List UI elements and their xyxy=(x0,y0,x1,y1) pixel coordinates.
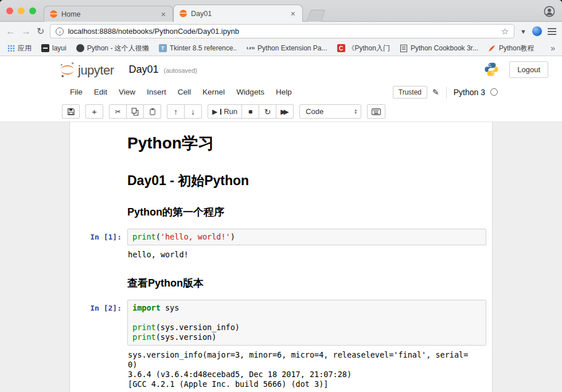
markdown-cell-h3-first-program[interactable]: Python的第一个程序 xyxy=(72,195,490,225)
trusted-badge[interactable]: Trusted xyxy=(393,86,427,99)
bookmark-apps[interactable]: 应用 xyxy=(7,44,32,53)
copy-cell-button[interactable] xyxy=(126,104,144,119)
new-tab-button[interactable] xyxy=(307,10,326,22)
menu-file[interactable]: File xyxy=(64,88,88,96)
browser-titlebar: Home × Day01 × xyxy=(0,0,562,22)
save-icon xyxy=(67,108,75,115)
quill-favicon-icon xyxy=(488,44,496,52)
menu-edit[interactable]: Edit xyxy=(88,88,113,96)
profile-avatar[interactable] xyxy=(544,6,555,17)
code-cell-2[interactable]: In [2]: import sys print(sys.version_inf… xyxy=(72,296,490,392)
restart-icon: ↻ xyxy=(264,108,271,116)
notebook-title[interactable]: Day01 xyxy=(129,64,159,76)
kernel-status-icon xyxy=(490,88,498,96)
menu-help[interactable]: Help xyxy=(270,88,298,96)
apps-grid-icon xyxy=(7,44,15,52)
logout-button[interactable]: Logout xyxy=(509,61,548,78)
url-text[interactable]: localhost:8888/notebooks/PythonCode/Day0… xyxy=(68,27,497,36)
tab-home[interactable]: Home × xyxy=(44,6,173,22)
bookmark-label: Python Extension Pa... xyxy=(257,44,327,52)
plus-icon: + xyxy=(92,107,97,116)
menu-kernel[interactable]: Kernel xyxy=(197,88,231,96)
bookmark-layui[interactable]: layui xyxy=(41,44,67,52)
run-button[interactable]: ▶ Run xyxy=(208,104,242,119)
kernel-name: Python 3 xyxy=(454,88,485,97)
paste-icon xyxy=(149,108,156,116)
minimize-window-button[interactable] xyxy=(18,7,25,14)
bookmark-python-extension[interactable]: LFD Python Extension Pa... xyxy=(247,44,327,52)
bookmark-cookbook[interactable]: Python Cookbook 3r... xyxy=(400,44,478,52)
bookmark-label: 《Python入门 xyxy=(348,44,390,53)
code-cell-1[interactable]: In [1]: print('hello, world!') hello, wo… xyxy=(72,225,490,266)
tab-label: Day01 xyxy=(191,10,286,18)
menu-cell[interactable]: Cell xyxy=(172,88,197,96)
move-cell-up-button[interactable]: ↑ xyxy=(167,104,185,119)
menu-widgets[interactable]: Widgets xyxy=(231,88,270,96)
lfd-favicon-icon: LFD xyxy=(247,44,255,52)
markdown-cell-h3-version[interactable]: 查看Python版本 xyxy=(72,266,490,296)
move-cell-down-button[interactable]: ↓ xyxy=(184,104,202,119)
markdown-cell-h1[interactable]: Python学习 xyxy=(72,126,490,162)
run-icon: ▶ xyxy=(212,108,217,115)
extension-icon[interactable] xyxy=(532,26,542,36)
notebook-scroll-area[interactable]: Python学习 Day01 - 初始Python Python的第一个程序 I… xyxy=(0,122,562,392)
jupyter-wordmark: jupyter xyxy=(78,64,114,78)
cell-prompt xyxy=(76,166,127,192)
tab-strip: Home × Day01 × xyxy=(44,5,323,22)
menu-insert[interactable]: Insert xyxy=(141,88,172,96)
heading-python-study: Python学习 xyxy=(127,134,486,153)
browser-menu-icon[interactable] xyxy=(548,27,556,36)
code-input[interactable]: print('hello, world!') xyxy=(127,229,486,245)
window-controls xyxy=(6,7,36,14)
address-bar[interactable]: i localhost:8888/notebooks/PythonCode/Da… xyxy=(50,24,514,38)
cell-prompt xyxy=(76,129,127,159)
bookmark-python-blog[interactable]: Python - 这个人很懒 xyxy=(76,44,149,53)
code-input[interactable]: import sys print(sys.version_info) print… xyxy=(127,300,486,346)
code-line: import sys xyxy=(132,303,481,313)
add-cell-button[interactable]: + xyxy=(85,104,103,119)
markdown-cell-h2[interactable]: Day01 - 初始Python xyxy=(72,162,490,195)
zoom-window-button[interactable] xyxy=(29,7,36,14)
bookmark-python-tutorial[interactable]: Python教程 xyxy=(488,44,534,53)
code-token: ( xyxy=(156,232,161,241)
heading-day01: Day01 - 初始Python xyxy=(127,173,486,189)
reload-icon[interactable]: ↻ xyxy=(37,27,44,36)
downloads-arrow-icon[interactable]: ▼ xyxy=(520,28,526,35)
cut-cell-button[interactable]: ✂ xyxy=(109,104,127,119)
back-icon[interactable]: ← xyxy=(6,26,15,36)
restart-kernel-button[interactable]: ↻ xyxy=(259,104,276,119)
tab-close-icon[interactable]: × xyxy=(160,10,167,18)
autosave-status: (autosaved) xyxy=(164,65,197,74)
code-token: import xyxy=(132,303,161,312)
cell-type-select[interactable]: Code ▲▼ xyxy=(299,104,361,119)
bookmarks-overflow-icon[interactable]: » xyxy=(551,44,555,53)
bookmark-tkinter[interactable]: T Tkinter 8.5 reference.. xyxy=(159,44,237,52)
code-line: print(sys.version) xyxy=(132,332,481,342)
code-token: sys xyxy=(161,303,179,312)
bird-favicon-icon xyxy=(76,44,84,52)
save-button[interactable] xyxy=(62,104,80,119)
page-info-icon[interactable]: i xyxy=(56,28,64,36)
jupyter-header: jupyter Day01 (autosaved) Logout xyxy=(0,56,562,83)
browser-window: Home × Day01 × ← → ↻ i localhost:8888/no… xyxy=(0,0,562,392)
edit-title-pencil-icon[interactable]: ✎ xyxy=(432,88,439,97)
heading-first-program: Python的第一个程序 xyxy=(127,206,486,218)
restart-run-all-button[interactable]: ▶▶ xyxy=(276,104,294,119)
close-window-button[interactable] xyxy=(6,7,13,14)
jupyter-toolbar: + ✂ ↑ ↓ ▶ Run xyxy=(0,101,562,122)
menu-view[interactable]: View xyxy=(113,88,141,96)
bookmark-python-rumen[interactable]: C 《Python入门 xyxy=(337,44,390,53)
bookmark-star-icon[interactable]: ☆ xyxy=(501,26,509,37)
tab-day01[interactable]: Day01 × xyxy=(173,5,303,22)
forward-icon[interactable]: → xyxy=(21,26,31,36)
interrupt-kernel-button[interactable]: ■ xyxy=(241,104,259,119)
tab-close-icon[interactable]: × xyxy=(290,10,296,18)
bookmark-label: Python - 这个人很懒 xyxy=(87,44,149,53)
paste-cell-button[interactable] xyxy=(143,104,161,119)
arrow-up-icon: ↑ xyxy=(174,108,178,116)
select-arrows-icon: ▲▼ xyxy=(354,109,357,115)
command-palette-button[interactable] xyxy=(367,104,385,119)
tab-label: Home xyxy=(61,10,156,18)
cell-output: sys.version_info(major=3, minor=6, micro… xyxy=(127,346,486,392)
jupyter-logo[interactable]: jupyter xyxy=(60,61,114,78)
